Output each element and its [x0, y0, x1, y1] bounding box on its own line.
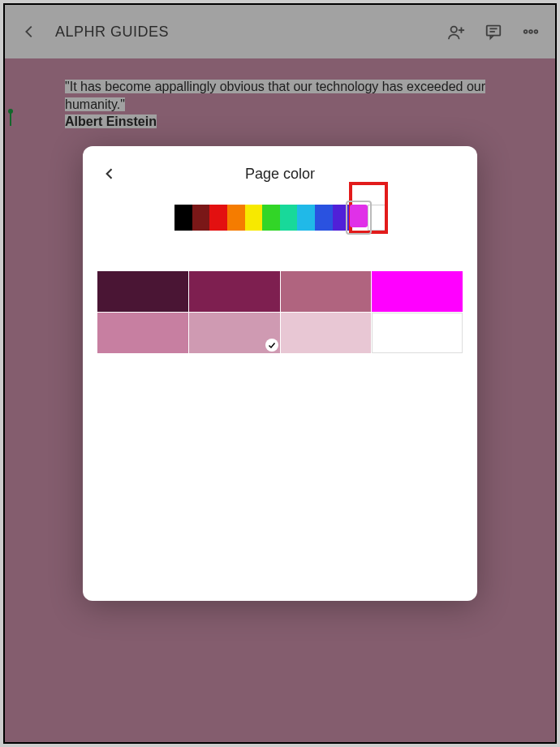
- app-frame: ALPHR GUIDES "It has become appallingly …: [3, 3, 557, 744]
- hue-strip: [174, 205, 386, 231]
- check-icon: [265, 339, 278, 352]
- shade-swatch-2[interactable]: [281, 271, 372, 312]
- hue-swatch-magenta[interactable]: [346, 201, 372, 235]
- shade-grid: [97, 271, 463, 353]
- hue-swatch-orange[interactable]: [227, 205, 245, 231]
- hue-row: [91, 205, 469, 231]
- shade-swatch-3[interactable]: [372, 271, 463, 312]
- sheet-back-icon[interactable]: [97, 162, 122, 186]
- sheet-header: Page color: [91, 161, 469, 187]
- hue-swatch-black[interactable]: [174, 205, 192, 231]
- hue-swatch-teal[interactable]: [280, 205, 298, 231]
- modal-overlay[interactable]: Page color: [5, 5, 555, 742]
- shade-swatch-0[interactable]: [97, 271, 188, 312]
- shade-swatch-6[interactable]: [281, 313, 372, 353]
- page-color-sheet: Page color: [83, 146, 477, 601]
- shade-swatch-1[interactable]: [189, 271, 280, 312]
- shade-swatch-7[interactable]: [372, 313, 463, 353]
- shade-swatch-4[interactable]: [97, 313, 188, 353]
- hue-swatch-green[interactable]: [262, 205, 280, 231]
- hue-swatch-maroon[interactable]: [192, 205, 210, 231]
- hue-swatch-red[interactable]: [209, 205, 227, 231]
- sheet-title: Page color: [122, 166, 438, 183]
- hue-swatch-yellow[interactable]: [245, 205, 263, 231]
- hue-swatch-blue[interactable]: [315, 205, 333, 231]
- shade-swatch-5[interactable]: [189, 313, 280, 353]
- hue-swatch-cyan[interactable]: [297, 205, 315, 231]
